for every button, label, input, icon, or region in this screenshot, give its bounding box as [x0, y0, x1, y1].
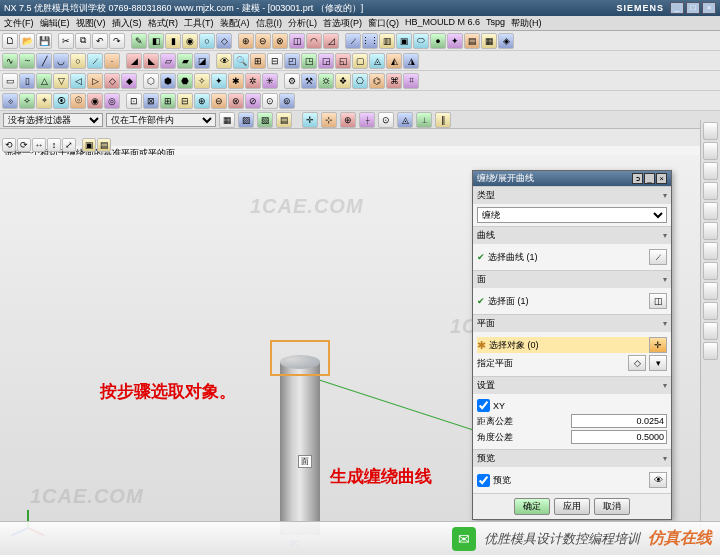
t3n-icon[interactable]: ✱ — [228, 73, 244, 89]
unite-icon[interactable]: ⊕ — [238, 33, 254, 49]
new-icon[interactable]: 🗋 — [2, 33, 18, 49]
t4f-icon[interactable]: ◉ — [87, 93, 103, 109]
t3d-icon[interactable]: ▽ — [53, 73, 69, 89]
view5-icon[interactable]: ◰ — [284, 53, 300, 69]
apply-button[interactable]: 应用 — [554, 498, 590, 515]
pattern-icon[interactable]: ⋮⋮ — [362, 33, 378, 49]
spline-icon[interactable]: ⟋ — [87, 53, 103, 69]
snap-btn-3[interactable]: ⊕ — [340, 112, 356, 128]
t4i-icon[interactable]: ⊠ — [143, 93, 159, 109]
sphere-icon[interactable]: ● — [430, 33, 446, 49]
resource-tab-11[interactable] — [703, 322, 718, 340]
view11-icon[interactable]: ◭ — [386, 53, 402, 69]
show-result-icon[interactable]: 👁 — [649, 472, 667, 488]
mini-6-icon[interactable]: ▣ — [82, 138, 96, 152]
resource-tab-6[interactable] — [703, 222, 718, 240]
undo-icon[interactable]: ↶ — [92, 33, 108, 49]
dialog-minimize-icon[interactable]: _ — [644, 173, 655, 184]
menu-preferences[interactable]: 首选项(P) — [323, 17, 362, 29]
snap-btn-6[interactable]: ◬ — [397, 112, 413, 128]
t3f-icon[interactable]: ▷ — [87, 73, 103, 89]
hole-icon[interactable]: ○ — [199, 33, 215, 49]
view12-icon[interactable]: ◮ — [403, 53, 419, 69]
resource-tab-2[interactable] — [703, 142, 718, 160]
t4b-icon[interactable]: ⟡ — [19, 93, 35, 109]
filter-btn-4[interactable]: ▤ — [276, 112, 292, 128]
feature-icon[interactable]: ◧ — [148, 33, 164, 49]
t4l-icon[interactable]: ⊕ — [194, 93, 210, 109]
mini-3-icon[interactable]: ↔ — [32, 138, 46, 152]
filter-btn-3[interactable]: ▧ — [257, 112, 273, 128]
snap-btn-7[interactable]: ⟂ — [416, 112, 432, 128]
resource-tab-10[interactable] — [703, 302, 718, 320]
type-dropdown[interactable]: 缠绕 — [477, 207, 667, 223]
t3j-icon[interactable]: ⬢ — [160, 73, 176, 89]
sketch-icon[interactable]: ✎ — [131, 33, 147, 49]
blend-icon[interactable]: ◠ — [306, 33, 322, 49]
t3r-icon[interactable]: ⚒ — [301, 73, 317, 89]
menu-format[interactable]: 格式(R) — [148, 17, 179, 29]
t3e-icon[interactable]: ◁ — [70, 73, 86, 89]
shell-icon[interactable]: ◫ — [289, 33, 305, 49]
intersect-icon[interactable]: ⊗ — [272, 33, 288, 49]
redo-icon[interactable]: ↷ — [109, 33, 125, 49]
view2-icon[interactable]: 🔍 — [233, 53, 249, 69]
plane-method2-icon[interactable]: ▾ — [649, 355, 667, 371]
t4e-icon[interactable]: ⦾ — [70, 93, 86, 109]
filter-btn-2[interactable]: ▨ — [238, 112, 254, 128]
view7-icon[interactable]: ◲ — [318, 53, 334, 69]
snap-btn-2[interactable]: ⊹ — [321, 112, 337, 128]
selection-scope-dropdown[interactable]: 仅在工作部件内 — [106, 113, 216, 127]
t4n-icon[interactable]: ⊗ — [228, 93, 244, 109]
t3b-icon[interactable]: ▯ — [19, 73, 35, 89]
misc-icon[interactable]: ✦ — [447, 33, 463, 49]
t3s-icon[interactable]: ⛭ — [318, 73, 334, 89]
minimize-button[interactable]: _ — [670, 2, 684, 14]
t3g-icon[interactable]: ◇ — [104, 73, 120, 89]
subtract-icon[interactable]: ⊖ — [255, 33, 271, 49]
preview-checkbox[interactable] — [477, 474, 490, 487]
view10-icon[interactable]: ◬ — [369, 53, 385, 69]
t4p-icon[interactable]: ⊙ — [262, 93, 278, 109]
menu-edit[interactable]: 编辑(E) — [40, 17, 70, 29]
arc-icon[interactable]: ◡ — [53, 53, 69, 69]
mini-4-icon[interactable]: ↕ — [47, 138, 61, 152]
resource-tab-8[interactable] — [703, 262, 718, 280]
t3v-icon[interactable]: ⌬ — [369, 73, 385, 89]
surf2-icon[interactable]: ◣ — [143, 53, 159, 69]
resource-tab-7[interactable] — [703, 242, 718, 260]
close-button[interactable]: × — [702, 2, 716, 14]
t3a-icon[interactable]: ▭ — [2, 73, 18, 89]
plane-select-icon[interactable]: ✛ — [649, 337, 667, 353]
mini-5-icon[interactable]: ⤢ — [62, 138, 76, 152]
t4m-icon[interactable]: ⊖ — [211, 93, 227, 109]
datum-icon[interactable]: ◇ — [216, 33, 232, 49]
assoc-checkbox[interactable] — [477, 399, 490, 412]
t4c-icon[interactable]: ⌖ — [36, 93, 52, 109]
dialog-titlebar[interactable]: 缠绕/展开曲线 ↄ _ × — [473, 171, 671, 186]
menu-info[interactable]: 信息(I) — [256, 17, 283, 29]
surf4-icon[interactable]: ▰ — [177, 53, 193, 69]
menu-tspace[interactable]: Tspg — [486, 17, 505, 29]
section-preview-header[interactable]: 预览 — [473, 450, 671, 467]
view8-icon[interactable]: ◱ — [335, 53, 351, 69]
chamfer-icon[interactable]: ◿ — [323, 33, 339, 49]
dist-tol-input[interactable] — [571, 414, 668, 428]
cut-icon[interactable]: ✂ — [58, 33, 74, 49]
menu-insert[interactable]: 插入(S) — [112, 17, 142, 29]
t4h-icon[interactable]: ⊡ — [126, 93, 142, 109]
view4-icon[interactable]: ⊟ — [267, 53, 283, 69]
t3c-icon[interactable]: △ — [36, 73, 52, 89]
menu-hbmould[interactable]: HB_MOULD M 6.6 — [405, 17, 480, 29]
cube-icon[interactable]: ▣ — [396, 33, 412, 49]
t3i-icon[interactable]: ⬡ — [143, 73, 159, 89]
menu-view[interactable]: 视图(V) — [76, 17, 106, 29]
resource-tab-3[interactable] — [703, 162, 718, 180]
resource-tab-12[interactable] — [703, 342, 718, 360]
t3w-icon[interactable]: ⌘ — [386, 73, 402, 89]
t3o-icon[interactable]: ✲ — [245, 73, 261, 89]
cancel-button[interactable]: 取消 — [594, 498, 630, 515]
save-icon[interactable]: 💾 — [36, 33, 52, 49]
mirror-icon[interactable]: ▥ — [379, 33, 395, 49]
menu-window[interactable]: 窗口(Q) — [368, 17, 399, 29]
